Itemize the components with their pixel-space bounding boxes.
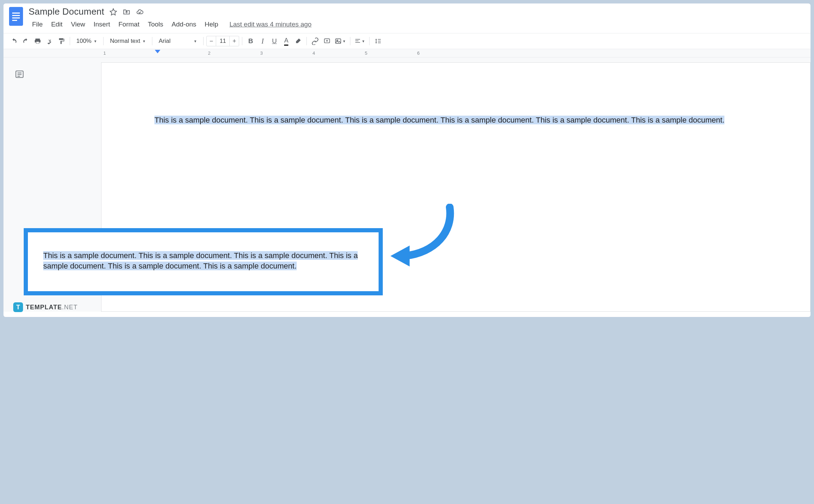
separator	[306, 37, 307, 45]
separator	[369, 37, 370, 45]
watermark: T TEMPLATE.NET	[13, 302, 78, 312]
annotation-arrow-icon	[383, 204, 460, 268]
callout-text: This is a sample document. This is a sam…	[43, 251, 358, 270]
separator	[103, 37, 104, 45]
separator	[70, 37, 70, 45]
app-window: Sample Document File Edit View Insert Fo…	[3, 3, 811, 317]
image-button[interactable]: ▼	[333, 36, 347, 47]
comment-button[interactable]	[321, 36, 333, 47]
menu-file[interactable]: File	[29, 19, 46, 30]
document-title[interactable]: Sample Document	[29, 6, 104, 17]
paint-format-button[interactable]	[56, 36, 67, 47]
menu-format[interactable]: Format	[115, 19, 143, 30]
svg-rect-2	[12, 15, 20, 16]
toolbar: 100%▼ Normal text▼ Arial▼ − 11 + B I U A…	[3, 33, 811, 49]
svg-rect-8	[355, 39, 360, 40]
svg-rect-4	[12, 20, 17, 21]
menu-addons[interactable]: Add-ons	[168, 19, 200, 30]
menu-insert[interactable]: Insert	[90, 19, 114, 30]
italic-button[interactable]: I	[257, 36, 268, 47]
svg-rect-10	[355, 42, 360, 43]
svg-rect-6	[336, 39, 341, 43]
spellcheck-button[interactable]	[44, 36, 55, 47]
font-size-value[interactable]: 11	[216, 36, 230, 46]
ruler[interactable]: 1 2 3 4 5 6	[3, 49, 811, 57]
separator	[242, 37, 242, 45]
undo-button[interactable]	[8, 36, 20, 47]
increase-font-button[interactable]: +	[230, 36, 239, 46]
move-icon[interactable]	[122, 8, 131, 16]
star-icon[interactable]	[109, 8, 117, 16]
font-dropdown[interactable]: Arial▼	[155, 36, 200, 47]
ruler-tick: 3	[260, 51, 263, 56]
link-button[interactable]	[310, 36, 321, 47]
svg-rect-1	[12, 13, 20, 14]
cloud-status-icon[interactable]	[136, 8, 144, 16]
watermark-text: TEMPLATE.NET	[26, 304, 78, 311]
ruler-tick: 6	[417, 51, 419, 56]
template-logo-icon: T	[13, 302, 23, 312]
ruler-tick: 1	[103, 51, 106, 56]
align-button[interactable]: ▼	[353, 36, 366, 47]
separator	[350, 37, 350, 45]
decrease-font-button[interactable]: −	[207, 36, 216, 46]
canvas: This is a sample document. This is a sam…	[3, 57, 811, 312]
redo-button[interactable]	[20, 36, 31, 47]
annotation-callout: This is a sample document. This is a sam…	[24, 228, 383, 295]
last-edit-link[interactable]: Last edit was 4 minutes ago	[229, 21, 312, 28]
svg-rect-0	[9, 7, 23, 26]
highlight-button[interactable]	[292, 36, 304, 47]
menu-bar: File Edit View Insert Format Tools Add-o…	[29, 19, 806, 30]
svg-rect-3	[12, 17, 20, 18]
ruler-tick: 4	[312, 51, 315, 56]
menu-view[interactable]: View	[67, 19, 89, 30]
style-dropdown[interactable]: Normal text▼	[106, 36, 149, 47]
print-button[interactable]	[32, 36, 43, 47]
ruler-tick: 2	[208, 51, 210, 56]
selected-text[interactable]: This is a sample document. This is a sam…	[154, 116, 724, 124]
underline-button[interactable]: U	[269, 36, 280, 47]
bold-button[interactable]: B	[245, 36, 256, 47]
menu-tools[interactable]: Tools	[144, 19, 167, 30]
separator	[203, 37, 204, 45]
menu-edit[interactable]: Edit	[48, 19, 66, 30]
ruler-indent-icon[interactable]	[155, 50, 160, 56]
header: Sample Document File Edit View Insert Fo…	[3, 3, 811, 30]
font-size-control: − 11 +	[206, 36, 239, 46]
separator	[152, 37, 152, 45]
line-spacing-button[interactable]	[372, 36, 383, 47]
docs-logo-icon[interactable]	[8, 6, 24, 26]
text-color-button[interactable]: A	[281, 36, 292, 47]
outline-toggle-icon[interactable]	[13, 68, 26, 80]
zoom-dropdown[interactable]: 100%▼	[73, 36, 100, 47]
ruler-tick: 5	[365, 51, 367, 56]
menu-help[interactable]: Help	[201, 19, 222, 30]
svg-rect-9	[355, 41, 358, 41]
